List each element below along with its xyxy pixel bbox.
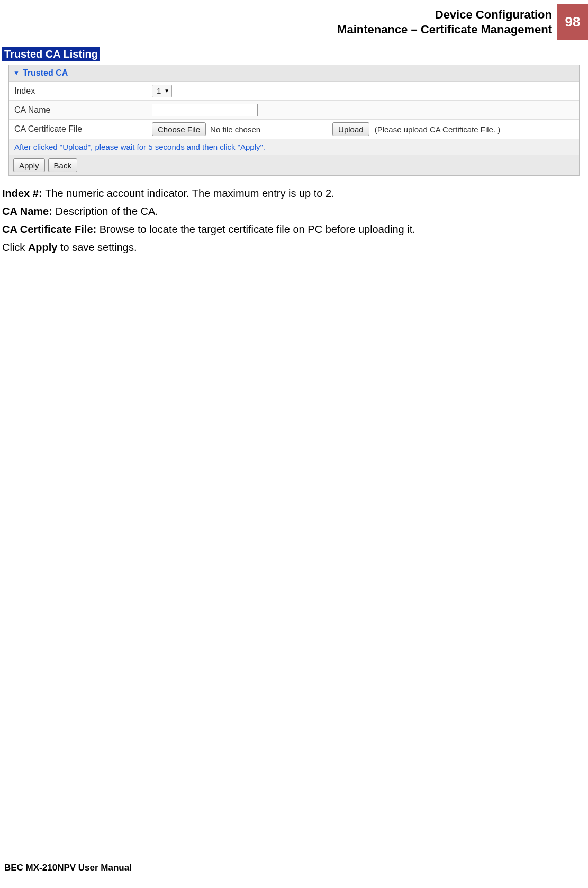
desc-ca-name-text: Description of the CA. <box>55 205 158 217</box>
page-number: 98 <box>557 4 588 40</box>
trusted-ca-panel: ▼ Trusted CA Index 1 ▼ CA Name CA Certif… <box>8 65 580 176</box>
ca-cert-file-row: CA Certificate File Choose File No file … <box>9 120 579 139</box>
upload-hint: (Please upload CA Certificate File. ) <box>375 125 501 134</box>
desc-apply-post: to save settings. <box>57 241 137 253</box>
upload-button[interactable]: Upload <box>332 122 369 136</box>
header-line2: Maintenance – Certificate Management <box>337 22 552 37</box>
ca-name-input[interactable] <box>152 104 258 116</box>
ca-cert-file-label: CA Certificate File <box>14 124 152 134</box>
chevron-down-icon: ▼ <box>164 88 169 94</box>
collapse-arrow-icon: ▼ <box>13 69 20 77</box>
ca-name-label: CA Name <box>14 105 152 115</box>
panel-title: Trusted CA <box>23 68 68 78</box>
back-button[interactable]: Back <box>48 158 77 172</box>
index-label: Index <box>14 86 152 96</box>
choose-file-button[interactable]: Choose File <box>152 122 206 136</box>
header-text: Device Configuration Maintenance – Certi… <box>337 4 557 40</box>
desc-index-label: Index #: <box>2 187 45 199</box>
apply-button[interactable]: Apply <box>13 158 45 172</box>
index-row: Index 1 ▼ <box>9 82 579 101</box>
ca-name-row: CA Name <box>9 101 579 120</box>
desc-apply-bold: Apply <box>28 241 58 253</box>
desc-index-text: The numeric account indicator. The maxim… <box>45 187 334 199</box>
header-line1: Device Configuration <box>337 7 552 22</box>
desc-ca-cert-text: Browse to locate the target certificate … <box>99 223 415 235</box>
desc-ca-name-label: CA Name: <box>2 205 55 217</box>
page-header: Device Configuration Maintenance – Certi… <box>0 0 588 40</box>
footer-text: BEC MX-210NPV User Manual <box>4 863 132 873</box>
index-dropdown[interactable]: 1 ▼ <box>152 85 172 97</box>
desc-ca-cert-label: CA Certificate File: <box>2 223 99 235</box>
desc-apply-pre: Click <box>2 241 28 253</box>
index-selected: 1 <box>157 86 161 95</box>
help-text: After clicked "Upload", please wait for … <box>9 139 579 155</box>
panel-button-row: Apply Back <box>9 155 579 175</box>
descriptions: Index #: The numeric account indicator. … <box>0 185 588 255</box>
file-chosen-status: No file chosen <box>210 125 260 134</box>
section-title: Trusted CA Listing <box>2 47 100 61</box>
panel-title-row[interactable]: ▼ Trusted CA <box>9 65 579 82</box>
